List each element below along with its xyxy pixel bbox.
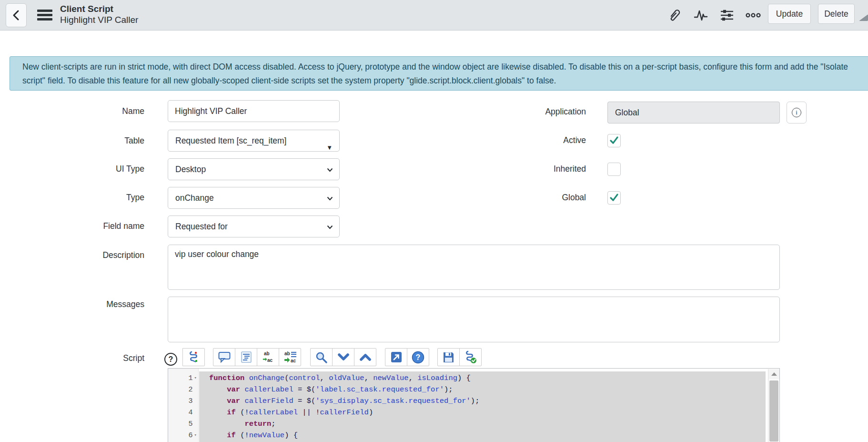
inherited-label: Inherited bbox=[453, 164, 586, 174]
update-button[interactable]: Update bbox=[768, 4, 811, 24]
name-input[interactable] bbox=[168, 100, 340, 122]
type-label: Type bbox=[38, 193, 144, 203]
global-label: Global bbox=[453, 193, 586, 203]
toolbar-group bbox=[310, 348, 376, 366]
description-textarea[interactable]: vip user colour change bbox=[168, 245, 780, 290]
chevron-down-icon bbox=[327, 195, 333, 202]
svg-text:ac: ac bbox=[291, 358, 296, 363]
editor-gutter: 1▾2▾3▾4▾5▾6▾ bbox=[168, 369, 199, 442]
toolbar-group: ? bbox=[385, 348, 429, 366]
line-number[interactable]: 6▾ bbox=[168, 430, 197, 441]
description-label: Description bbox=[38, 250, 144, 260]
table-label: Table bbox=[38, 136, 144, 146]
table-value: Requested Item [sc_req_item] bbox=[175, 136, 286, 145]
table-field[interactable]: Requested Item [sc_req_item] ▼ bbox=[168, 130, 340, 152]
messages-label: Messages bbox=[38, 299, 144, 309]
type-value: onChange bbox=[175, 193, 214, 203]
syntax-check-button[interactable] bbox=[182, 348, 205, 366]
ui-type-select[interactable]: Desktop bbox=[168, 158, 340, 180]
check-icon bbox=[609, 193, 619, 203]
scroll-up-button[interactable] bbox=[768, 369, 779, 379]
svg-text:ab: ab bbox=[264, 351, 270, 356]
back-button[interactable] bbox=[6, 3, 27, 27]
info-icon: i bbox=[792, 108, 801, 117]
code-line: if (!newValue) { bbox=[209, 430, 298, 441]
fold-arrow-icon[interactable]: ▾ bbox=[194, 376, 197, 380]
open-window-icon bbox=[390, 351, 403, 363]
banner-line-1: New client-scripts are run in strict mod… bbox=[22, 60, 868, 74]
ui-type-value: Desktop bbox=[175, 164, 206, 174]
name-label: Name bbox=[38, 106, 144, 116]
type-select[interactable]: onChange bbox=[168, 187, 340, 209]
script-help-icon[interactable]: ? bbox=[164, 353, 177, 366]
save-icon bbox=[443, 351, 454, 363]
application-info-button[interactable]: i bbox=[787, 102, 807, 123]
replace-icon: abac bbox=[262, 350, 274, 364]
ui-type-label: UI Type bbox=[38, 164, 144, 174]
banner-line-2: script" field. To disable this feature f… bbox=[22, 74, 868, 88]
line-number: 5▾ bbox=[168, 419, 197, 430]
application-field[interactable]: Global bbox=[607, 102, 780, 123]
back-chevron-icon bbox=[11, 9, 21, 21]
scrollbar-thumb[interactable] bbox=[769, 380, 778, 442]
help-button[interactable]: ? bbox=[407, 348, 429, 366]
field-name-select[interactable]: Requested for bbox=[168, 216, 340, 237]
replace-button[interactable]: abac bbox=[257, 348, 279, 366]
syntax-check-icon bbox=[188, 350, 200, 364]
global-checkbox[interactable] bbox=[607, 191, 621, 205]
editor-scrollbar[interactable] bbox=[768, 369, 779, 442]
record-type-title: Client Script bbox=[60, 4, 113, 14]
activity-stream-icon[interactable] bbox=[693, 8, 708, 23]
form-header: Client Script Highlight VIP Caller Updat… bbox=[0, 0, 868, 31]
active-checkbox[interactable] bbox=[607, 134, 621, 147]
search-button[interactable] bbox=[310, 348, 333, 366]
line-number: 2▾ bbox=[168, 384, 197, 395]
save-check-button[interactable] bbox=[459, 348, 482, 366]
save-check-icon bbox=[464, 350, 477, 364]
save-button[interactable] bbox=[437, 348, 460, 366]
code-line: function onChange(control, oldValue, new… bbox=[209, 373, 471, 383]
replace-all-icon: abac bbox=[283, 350, 297, 364]
more-options-icon[interactable] bbox=[746, 8, 761, 23]
comment-button[interactable] bbox=[213, 348, 235, 366]
context-menu-icon[interactable] bbox=[37, 10, 52, 22]
chevron-down-icon bbox=[327, 167, 333, 173]
code-line: return; bbox=[209, 419, 276, 429]
find-previous-button[interactable] bbox=[354, 348, 376, 366]
record-name-subtitle: Highlight VIP Caller bbox=[60, 15, 138, 25]
inherited-checkbox[interactable] bbox=[607, 163, 621, 176]
filter-sliders-icon[interactable] bbox=[719, 8, 735, 23]
open-window-button[interactable] bbox=[385, 348, 407, 366]
code-line: var callerLabel = $('label.sc_task.reque… bbox=[209, 384, 453, 395]
help-icon: ? bbox=[412, 351, 424, 364]
application-label: Application bbox=[453, 107, 586, 117]
comment-icon bbox=[218, 351, 231, 363]
search-icon bbox=[315, 351, 328, 364]
active-label: Active bbox=[453, 135, 586, 145]
svg-text:?: ? bbox=[416, 353, 421, 361]
field-name-value: Requested for bbox=[175, 222, 228, 231]
format-code-button[interactable] bbox=[235, 348, 257, 366]
line-number[interactable]: 1▾ bbox=[168, 373, 197, 384]
client-script-form-page: Client Script Highlight VIP Caller Updat… bbox=[0, 0, 868, 442]
toolbar-group bbox=[182, 348, 205, 366]
script-label: Script bbox=[38, 353, 144, 363]
find-previous-icon bbox=[360, 353, 371, 361]
toolbar-group: abacabac bbox=[213, 348, 301, 366]
line-number: 3▾ bbox=[168, 396, 197, 407]
toolbar-group bbox=[437, 348, 482, 366]
code-line: if (!callerLabel || !callerField) bbox=[209, 407, 373, 418]
strict-mode-info-banner: New client-scripts are run in strict mod… bbox=[10, 56, 868, 91]
field-name-label: Field name bbox=[38, 221, 144, 231]
find-next-button[interactable] bbox=[332, 348, 354, 366]
table-dropdown-icon[interactable]: ▼ bbox=[326, 137, 333, 152]
check-icon bbox=[609, 135, 619, 146]
script-code-editor[interactable]: 1▾2▾3▾4▾5▾6▾ function onChange(control, … bbox=[168, 368, 780, 442]
delete-button[interactable]: Delete bbox=[818, 4, 855, 24]
attachment-icon[interactable] bbox=[666, 8, 682, 23]
messages-textarea[interactable] bbox=[168, 297, 780, 342]
line-number: 4▾ bbox=[168, 407, 197, 418]
fold-arrow-icon[interactable]: ▾ bbox=[194, 433, 197, 438]
svg-text:ac: ac bbox=[267, 358, 273, 363]
replace-all-button[interactable]: abac bbox=[279, 348, 301, 366]
